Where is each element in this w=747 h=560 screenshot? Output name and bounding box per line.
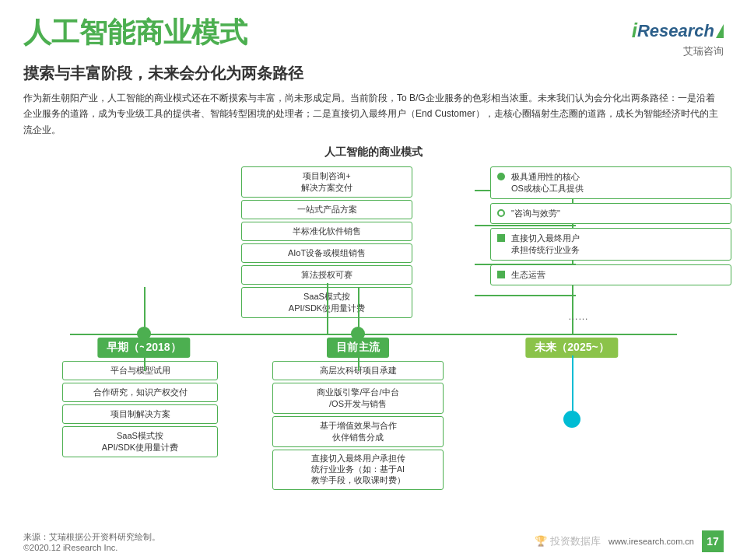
vline-early-down: [144, 334, 146, 371]
right-box-3: 直接切入最终用户承担传统行业业务: [490, 228, 731, 261]
vline-top-boxes: [327, 283, 328, 334]
subtitle: 摸索与丰富阶段，未来会分化为两条路径: [23, 63, 724, 84]
diagram-title: 人工智能的商业模式: [23, 145, 724, 159]
main-title: 人工智能商业模式: [23, 16, 247, 49]
right-dot-2: [497, 209, 505, 217]
top-box-1: 项目制咨询+解决方案交付: [241, 166, 412, 198]
footer-source: 来源：艾瑞根据公开资料研究绘制。: [23, 531, 160, 543]
watermark: 🏆 投资数据库: [535, 534, 601, 548]
early-box-1: 平台与模型试用: [62, 361, 218, 380]
logo-research: Research: [637, 21, 714, 41]
page-number: 17: [702, 530, 724, 552]
top-box-5: 算法授权可赛: [241, 265, 412, 285]
right-box-text-4: 生态运营: [511, 269, 545, 281]
footer-left: 来源：艾瑞根据公开资料研究绘制。 ©2020.12 iResearch Inc.: [23, 531, 160, 552]
description: 作为新生朝阳产业，人工智能的商业模式还在不断摸索与丰富，尚未形成定局。当前阶段，…: [23, 90, 724, 138]
footer: 来源：艾瑞根据公开资料研究绘制。 ©2020.12 iResearch Inc.…: [23, 530, 724, 552]
dot-future: [563, 411, 580, 428]
right-box-1: 极具通用性的核心OS或核心工具提供: [490, 166, 731, 199]
right-box-text-2: "咨询与效劳": [511, 208, 560, 219]
hline-right-4: [475, 295, 576, 296]
bottom-current-boxes: 高层次科研项目承建 商业版引擎/平台/中台/OS开发与销售 基于增值效果与合作伙…: [272, 361, 444, 490]
early-box-2: 合作研究，知识产权交付: [62, 383, 218, 402]
page-container: 人工智能商业模式 i Research 艾瑞咨询 摸索与丰富阶段，未来会分化为两…: [0, 0, 747, 560]
top-box-4: AIoT设备或模组销售: [241, 243, 412, 263]
right-dot-1: [497, 173, 505, 180]
top-box-2: 一站式产品方案: [241, 200, 412, 219]
current-box-3: 基于增值效果与合作伙伴销售分成: [272, 416, 444, 447]
timeline-line: [70, 334, 677, 335]
logo-i: i: [632, 19, 637, 43]
footer-right: 🏆 投资数据库 www.iresearch.com.cn 17: [535, 530, 724, 552]
diagram-inner: 项目制咨询+解决方案交付 一站式产品方案 半标准化软件销售 AIoT设备或模组销…: [23, 163, 724, 481]
logo-area: i Research 艾瑞咨询: [632, 19, 724, 58]
right-box-4: 生态运营: [490, 264, 731, 285]
title-area: 人工智能商业模式: [23, 16, 247, 49]
footer-website: www.iresearch.com.cn: [608, 537, 694, 546]
early-box-4: SaaS模式按API/SDK使用量计费: [62, 426, 218, 457]
right-box-text-3: 直接切入最终用户承担传统行业业务: [511, 233, 580, 256]
dots-ellipsis: ……: [568, 310, 588, 322]
current-box-2: 商业版引擎/平台/中台/OS开发与销售: [272, 383, 444, 414]
logo-triangle: [716, 24, 724, 38]
footer-copyright: ©2020.12 iResearch Inc.: [23, 543, 160, 552]
current-box-4: 直接切入最终用户承担传统行业业务（如：基于AI教学手段，收取课时费）: [272, 450, 444, 490]
logo-cn: 艾瑞咨询: [683, 44, 724, 58]
iresearch-logo: i Research: [632, 19, 724, 43]
right-box-2: "咨询与效劳": [490, 203, 731, 224]
bottom-early-boxes: 平台与模型试用 合作研究，知识产权交付 项目制解决方案 SaaS模式按API/S…: [62, 361, 218, 457]
vline-current-down: [358, 334, 359, 371]
right-box-text-1: 极具通用性的核心OS或核心工具提供: [511, 171, 584, 194]
right-dot-4: [497, 271, 505, 278]
header-area: 人工智能商业模式 i Research 艾瑞咨询: [23, 16, 724, 58]
right-dot-3: [497, 234, 505, 242]
diagram-container: 人工智能的商业模式 项目制咨询+解决方案交付 一站式产品方案 半标准化软件销售 …: [23, 145, 724, 480]
top-box-3: 半标准化软件销售: [241, 222, 412, 241]
early-box-3: 项目制解决方案: [62, 404, 218, 424]
right-boxes: 极具通用性的核心OS或核心工具提供 "咨询与效劳" 直接切入最终用户承担传统行业…: [490, 166, 731, 285]
